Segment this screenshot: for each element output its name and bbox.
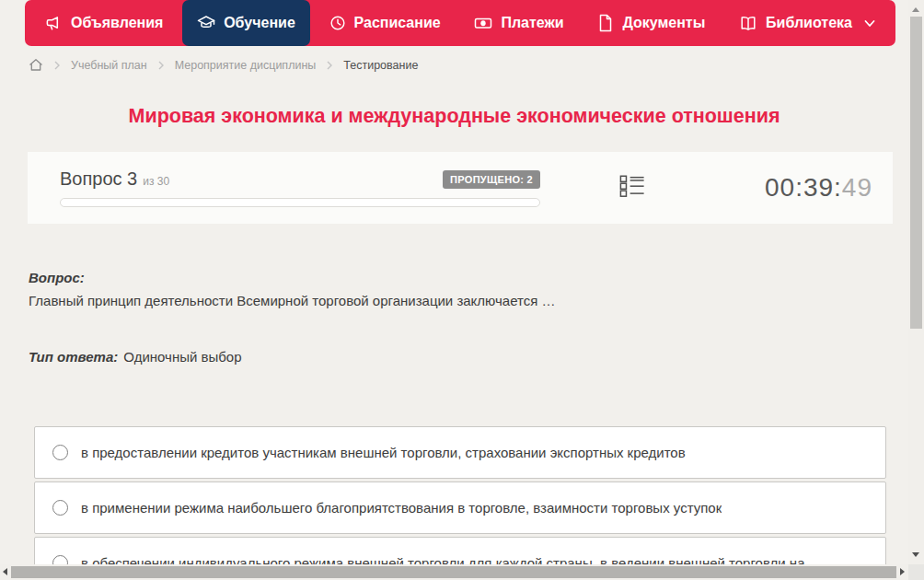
nav-item-library[interactable]: Библиотека <box>724 0 890 46</box>
option-text: в предоставлении кредитов участникам вне… <box>81 445 686 460</box>
nav-label: Расписание <box>354 15 441 31</box>
countdown-timer: 00:39:49 <box>765 173 872 203</box>
vertical-scrollbar[interactable] <box>908 0 924 564</box>
breadcrumb-item-study-plan[interactable]: Учебный план <box>71 59 147 72</box>
timer-hours-minutes: 00:39: <box>765 173 842 202</box>
radio-button[interactable] <box>52 445 68 460</box>
nav-item-documents[interactable]: Документы <box>583 0 720 46</box>
horizontal-scrollbar-thumb[interactable] <box>11 566 896 578</box>
page-title: Мировая экономика и международные эконом… <box>0 105 908 128</box>
nav-label: Платежи <box>501 15 563 31</box>
nav-item-payments[interactable]: Платежи <box>459 0 578 46</box>
vertical-scrollbar-thumb[interactable] <box>910 17 922 329</box>
main-nav: Объявления Обучение Расписание <box>25 0 895 46</box>
book-icon <box>739 15 757 32</box>
answer-type-label: Тип ответа: <box>29 349 118 365</box>
chevron-down-icon <box>864 19 875 28</box>
nav-item-announcements[interactable]: Объявления <box>30 0 178 46</box>
question-heading: Вопрос: <box>29 270 85 285</box>
chevron-right-icon <box>325 60 334 71</box>
radio-button[interactable] <box>52 500 68 516</box>
clock-icon <box>329 15 346 31</box>
nav-item-schedule[interactable]: Расписание <box>315 0 456 46</box>
chevron-right-icon <box>52 60 62 71</box>
answer-option-1[interactable]: в предоставлении кредитов участникам вне… <box>34 426 886 479</box>
scroll-down-arrow[interactable] <box>912 552 919 557</box>
progress-bar <box>60 198 540 207</box>
nav-label: Библиотека <box>766 15 852 31</box>
question-progress-block: Вопрос 3 из 30 ПРОПУЩЕНО: 2 <box>60 168 540 207</box>
skipped-badge: ПРОПУЩЕНО: 2 <box>443 170 540 189</box>
nav-item-learning[interactable]: Обучение <box>182 0 310 46</box>
question-list-icon <box>619 173 645 203</box>
breadcrumb-item-discipline-event[interactable]: Мероприятие дисциплины <box>175 59 317 72</box>
chevron-right-icon <box>156 60 166 71</box>
timer-seconds: 49 <box>842 173 872 202</box>
nav-label: Обучение <box>224 15 295 31</box>
answer-option-2[interactable]: в применении режима наибольшего благопри… <box>34 481 886 534</box>
radio-button[interactable] <box>52 555 68 564</box>
graduation-cap-icon <box>197 15 215 31</box>
breadcrumb: Учебный план Мероприятие дисциплины Тест… <box>29 58 418 72</box>
option-text: в применении режима наибольшего благопри… <box>81 500 722 516</box>
question-number: Вопрос 3 <box>60 168 137 190</box>
breadcrumb-item-testing: Тестирование <box>343 59 418 72</box>
page-content: Объявления Обучение Расписание <box>0 0 908 564</box>
megaphone-icon <box>45 15 63 32</box>
answer-type-line: Тип ответа:Одиночный выбор <box>29 349 242 365</box>
question-total: из 30 <box>143 175 169 188</box>
question-counter: Вопрос 3 из 30 <box>60 168 169 190</box>
horizontal-scrollbar[interactable] <box>0 564 908 580</box>
nav-label: Объявления <box>71 15 163 31</box>
question-map-button[interactable] <box>619 173 645 203</box>
answer-option-3[interactable]: в обеспечении индивидуального режима вне… <box>34 537 886 564</box>
home-icon[interactable] <box>29 58 43 72</box>
document-icon <box>597 14 614 32</box>
banknote-icon <box>474 14 492 32</box>
nav-label: Документы <box>622 15 705 31</box>
scroll-right-arrow[interactable] <box>900 568 905 575</box>
scrollbar-corner <box>908 564 924 580</box>
scroll-up-arrow[interactable] <box>912 7 919 12</box>
quiz-header-panel: Вопрос 3 из 30 ПРОПУЩЕНО: 2 <box>28 152 893 224</box>
answer-options: в предоставлении кредитов участникам вне… <box>34 426 886 564</box>
answer-type-value: Одиночный выбор <box>123 349 241 365</box>
question-text: Главный принцип деятельности Всемирной т… <box>29 293 556 308</box>
option-text: в обеспечении индивидуального режима вне… <box>81 555 804 564</box>
scroll-left-arrow[interactable] <box>3 568 7 575</box>
